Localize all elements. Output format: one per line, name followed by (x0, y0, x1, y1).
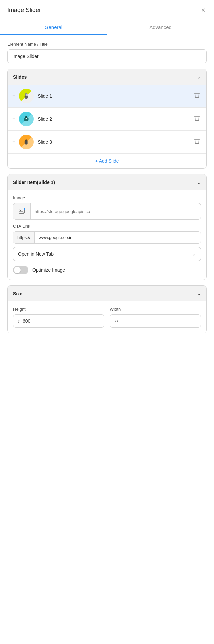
delete-slide-2-button[interactable] (192, 114, 202, 124)
drag-handle-icon-3: ≡ (12, 139, 15, 145)
drag-handle-icon-2: ≡ (12, 116, 15, 122)
height-icon: ↕ (17, 318, 20, 324)
height-value: 600 (23, 318, 30, 324)
open-in-tab-select[interactable]: Open in New Tab ⌄ (13, 247, 201, 261)
cta-link-row: https:// (13, 231, 201, 244)
slides-section-title: Slides (13, 74, 27, 80)
trash-icon-1 (194, 92, 200, 99)
svg-rect-8 (19, 209, 24, 213)
image-add-icon[interactable] (13, 203, 31, 219)
svg-point-2 (26, 94, 28, 96)
width-input-row[interactable]: ↔ (110, 314, 201, 328)
height-input-row[interactable]: ↕ 600 (13, 314, 104, 328)
size-section-chevron-icon: ⌄ (197, 290, 201, 297)
slides-list: ≡ Slide 1 (8, 85, 206, 168)
slider-item-content: Image (8, 190, 206, 280)
toggle-knob (14, 267, 21, 273)
slider-item-chevron-icon: ⌄ (197, 179, 201, 185)
panel-title: Image Slider (7, 7, 41, 14)
size-section: Size ⌄ Height ↕ 600 Width ↔ (7, 285, 207, 333)
svg-point-4 (25, 116, 28, 118)
slide-thumbnail-2 (19, 112, 34, 126)
size-fields-row: Height ↕ 600 Width ↔ (8, 301, 206, 333)
close-button[interactable]: × (200, 6, 207, 14)
image-input-row (13, 203, 201, 220)
trash-icon-3 (194, 138, 200, 145)
image-url-input[interactable] (31, 206, 201, 217)
cta-link-label: CTA Link (13, 224, 201, 229)
cta-url-input[interactable] (35, 232, 201, 243)
tab-advanced[interactable]: Advanced (107, 19, 214, 35)
optimize-image-toggle[interactable] (13, 266, 28, 274)
image-slider-panel: Image Slider × General Advanced Element … (0, 0, 214, 345)
element-name-input[interactable] (7, 49, 207, 63)
cta-link-group: CTA Link https:// Open in New Tab ⌄ (13, 224, 201, 261)
tab-general[interactable]: General (0, 19, 107, 35)
slides-section-header[interactable]: Slides ⌄ (8, 69, 206, 85)
panel-header: Image Slider × (0, 0, 214, 19)
slides-chevron-icon: ⌄ (197, 74, 201, 80)
image-label: Image (13, 195, 201, 200)
slider-item-header[interactable]: Slider Item(Slide 1) ⌄ (8, 174, 206, 190)
trash-icon-2 (194, 115, 200, 122)
slide-thumbnail-3 (19, 135, 34, 149)
delete-slide-1-button[interactable] (192, 91, 202, 101)
slider-item-title: Slider Item(Slide 1) (13, 180, 55, 185)
slide-name-3: Slide 3 (38, 139, 188, 145)
optimize-image-row: Optimize Image (13, 266, 201, 274)
slide-item-1[interactable]: ≡ Slide 1 (8, 85, 206, 108)
slide-item-3[interactable]: ≡ Slide 3 (8, 131, 206, 154)
slide-name-1: Slide 1 (38, 93, 188, 99)
open-in-tab-chevron-icon: ⌄ (192, 251, 196, 257)
element-name-label: Element Name / Title (7, 42, 207, 47)
slides-section: Slides ⌄ ≡ Slide 1 (7, 69, 207, 169)
height-field-group: Height ↕ 600 (13, 307, 104, 328)
optimize-image-label: Optimize Image (32, 267, 65, 273)
cta-protocol-label: https:// (13, 232, 35, 243)
slide-name-2: Slide 2 (38, 116, 188, 122)
size-section-header[interactable]: Size ⌄ (8, 286, 206, 301)
svg-rect-7 (25, 141, 28, 144)
open-in-tab-value: Open in New Tab (18, 251, 54, 257)
height-label: Height (13, 307, 104, 312)
add-slide-button[interactable]: + Add Slide (8, 154, 206, 168)
slide-thumbnail-1 (19, 89, 34, 103)
size-section-title: Size (13, 291, 22, 296)
slider-item-section: Slider Item(Slide 1) ⌄ Image (7, 174, 207, 280)
drag-handle-icon: ≡ (12, 93, 15, 99)
width-label: Width (110, 307, 201, 312)
width-icon: ↔ (114, 318, 119, 324)
width-field-group: Width ↔ (110, 307, 201, 328)
image-field-group: Image (13, 195, 201, 220)
panel-content: Element Name / Title Slides ⌄ ≡ (0, 35, 214, 345)
element-name-section: Element Name / Title (7, 42, 207, 63)
tabs-container: General Advanced (0, 19, 214, 35)
delete-slide-3-button[interactable] (192, 137, 202, 147)
slide-item-2[interactable]: ≡ Slide 2 (8, 108, 206, 131)
